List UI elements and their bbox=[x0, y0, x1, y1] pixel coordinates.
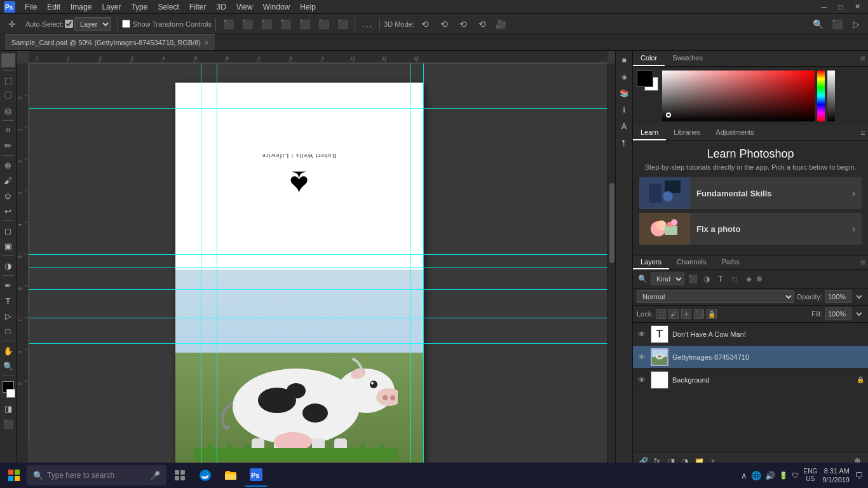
color-panel-menu[interactable]: ≡ bbox=[860, 51, 868, 66]
history-brush-tool[interactable]: ↩ bbox=[1, 204, 15, 218]
layer-item-text[interactable]: 👁 T Don't Have A Cow Man! bbox=[633, 323, 868, 346]
lock-artboard-btn[interactable]: ⬛ bbox=[694, 309, 704, 319]
filter-adjust-icon[interactable]: ◑ bbox=[701, 273, 712, 285]
layer-visibility-1[interactable]: 👁 bbox=[637, 329, 647, 339]
eyedropper-tool[interactable]: ✏ bbox=[1, 139, 15, 152]
language-badge[interactable]: ENGUS bbox=[804, 468, 818, 483]
quick-mask-tool[interactable]: ◨ bbox=[1, 402, 15, 416]
search-icon-btn[interactable]: 🔍 bbox=[810, 16, 826, 32]
learn-panel-menu-icon[interactable]: ≡ bbox=[860, 128, 865, 138]
learn-panel-menu[interactable]: ≡ bbox=[860, 125, 868, 140]
lock-all-btn[interactable]: 🔒 bbox=[707, 309, 717, 319]
adjustment-icon[interactable]: ◈ bbox=[617, 70, 631, 84]
lock-image-btn[interactable]: 🖌 bbox=[668, 309, 679, 319]
fg-color-swatch[interactable] bbox=[637, 71, 653, 87]
alpha-slider[interactable] bbox=[827, 71, 835, 121]
auto-select-mode[interactable]: Layer bbox=[74, 17, 111, 31]
menu-3d[interactable]: 3D bbox=[212, 1, 230, 13]
hand-tool[interactable]: ✋ bbox=[1, 344, 15, 358]
align-right-btn[interactable]: ⬛ bbox=[258, 16, 275, 32]
system-time[interactable]: 8:31 AM 9/1/2019 bbox=[822, 466, 850, 485]
tab-paths[interactable]: Paths bbox=[714, 255, 747, 269]
layers-panel-menu[interactable]: ≡ bbox=[860, 255, 868, 269]
menu-edit[interactable]: Edit bbox=[43, 1, 65, 13]
align-middle-btn[interactable]: ⬛ bbox=[296, 16, 313, 32]
menu-view[interactable]: View bbox=[232, 1, 257, 13]
document-canvas[interactable]: Robert Wells / Lifewire ♠ bbox=[175, 83, 423, 463]
fill-dropdown[interactable]: ▾ bbox=[854, 308, 864, 320]
layer-item-background[interactable]: 👁 Background 🔒 bbox=[633, 369, 868, 391]
close-button[interactable]: ✕ bbox=[849, 0, 865, 14]
zoom-tool[interactable]: 🔍 bbox=[1, 359, 15, 373]
pen-tool[interactable]: ✒ bbox=[1, 278, 15, 292]
auto-select-checkbox[interactable] bbox=[65, 20, 73, 28]
healing-tool[interactable]: ⊕ bbox=[1, 158, 15, 172]
more-options-btn[interactable]: ... bbox=[359, 16, 376, 32]
taskbar-mic-icon[interactable]: 🎤 bbox=[150, 471, 160, 480]
filter-shape-icon[interactable]: □ bbox=[729, 273, 740, 285]
network-icon[interactable]: 🌐 bbox=[751, 471, 761, 480]
menu-image[interactable]: Image bbox=[66, 1, 96, 13]
lock-transparency-btn[interactable]: ⬚ bbox=[656, 309, 666, 319]
tab-adjustments[interactable]: Adjustments bbox=[708, 125, 762, 140]
distribute-btn[interactable]: ⬛ bbox=[334, 16, 351, 32]
document-tab-close[interactable]: × bbox=[205, 39, 208, 46]
layer-visibility-3[interactable]: 👁 bbox=[637, 375, 647, 385]
layer-visibility-2[interactable]: 👁 bbox=[637, 352, 647, 362]
tutorial-fundamental[interactable]: Fundamental Skills › bbox=[639, 177, 862, 209]
type-tool[interactable]: T bbox=[1, 294, 15, 308]
menu-help[interactable]: Help bbox=[295, 1, 320, 13]
menu-filter[interactable]: Filter bbox=[185, 1, 211, 13]
taskbar-task-view[interactable] bbox=[168, 464, 191, 487]
lasso-tool[interactable]: 〇 bbox=[1, 88, 15, 102]
taskbar-search[interactable]: 🔍 Type here to search 🎤 bbox=[27, 465, 166, 485]
show-hidden-icons[interactable]: ∧ bbox=[741, 471, 747, 480]
tab-swatches[interactable]: Swatches bbox=[665, 51, 710, 66]
canvas-area[interactable]: 0 1 2 3 4 5 6 7 8 9 10 11 12 bbox=[17, 51, 615, 470]
brush-tool[interactable]: 🖌 bbox=[1, 173, 15, 187]
maximize-button[interactable]: □ bbox=[832, 0, 849, 14]
menu-layer[interactable]: Layer bbox=[97, 1, 125, 13]
workspace-btn[interactable]: ⬛ bbox=[829, 16, 845, 32]
align-center-btn[interactable]: ⬛ bbox=[239, 16, 255, 32]
filter-kind-select[interactable]: Kind bbox=[651, 273, 684, 285]
para-icon[interactable]: ¶ bbox=[617, 136, 631, 150]
taskbar-photoshop[interactable]: Ps bbox=[245, 464, 268, 487]
path-select-tool[interactable]: ▷ bbox=[1, 309, 15, 323]
crop-tool[interactable]: ⌗ bbox=[1, 123, 15, 137]
tab-color[interactable]: Color bbox=[633, 51, 665, 66]
marquee-tool[interactable]: ⬚ bbox=[1, 73, 15, 87]
volume-icon[interactable]: 🔊 bbox=[765, 471, 775, 480]
menu-select[interactable]: Select bbox=[153, 1, 183, 13]
layer-item-image[interactable]: 👁 GettyImages-874534710 bbox=[633, 346, 868, 369]
show-transform-checkbox[interactable] bbox=[122, 20, 130, 28]
background-color[interactable] bbox=[6, 389, 15, 398]
tab-channels[interactable]: Channels bbox=[669, 255, 714, 269]
tab-libraries[interactable]: Libraries bbox=[666, 125, 708, 140]
tab-layers[interactable]: Layers bbox=[633, 255, 669, 269]
document-tab[interactable]: Sample_Card.psd @ 50% (GettyImages-87453… bbox=[5, 34, 215, 50]
move-mode-dropdown[interactable]: Auto-Select: Layer bbox=[23, 16, 114, 32]
filter-smart-icon[interactable]: ◈ bbox=[743, 273, 754, 285]
scrollbar-v-thumb[interactable] bbox=[609, 183, 614, 263]
libraries-icon[interactable]: 📚 bbox=[617, 86, 631, 100]
panel-menu-icon[interactable]: ≡ bbox=[860, 53, 865, 64]
blend-mode-select[interactable]: Normal bbox=[637, 290, 794, 303]
opacity-input[interactable] bbox=[825, 290, 851, 303]
menu-file[interactable]: File bbox=[20, 1, 41, 13]
tutorial-fix-photo[interactable]: Fix a photo › bbox=[639, 213, 862, 245]
lock-position-btn[interactable]: ✛ bbox=[681, 309, 691, 319]
char-icon[interactable]: A bbox=[617, 119, 631, 133]
security-icon[interactable]: 🛡 bbox=[792, 471, 799, 479]
notification-icon[interactable]: 🗨 bbox=[855, 471, 863, 480]
filter-search-icon[interactable]: 🔍 bbox=[637, 273, 648, 285]
start-button[interactable] bbox=[3, 464, 25, 487]
align-bottom-btn[interactable]: ⬛ bbox=[315, 16, 332, 32]
taskbar-explorer[interactable] bbox=[219, 464, 242, 487]
shape-tool[interactable]: □ bbox=[1, 324, 15, 338]
3d-btn-3[interactable]: ⟲ bbox=[455, 16, 471, 32]
clone-tool[interactable]: ⊙ bbox=[1, 189, 15, 203]
quick-select-tool[interactable]: ◎ bbox=[1, 104, 15, 118]
color-gradient-area[interactable] bbox=[662, 71, 815, 121]
show-transform-label[interactable]: Show Transform Controls bbox=[122, 20, 212, 28]
